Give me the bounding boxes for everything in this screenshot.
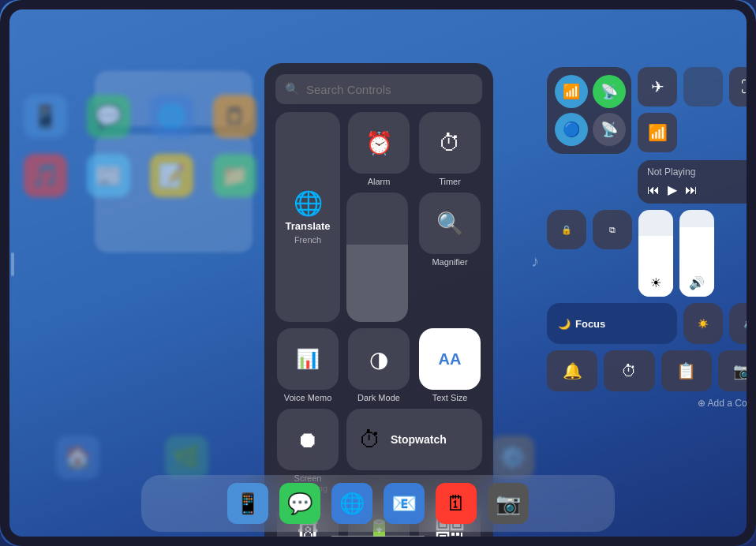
- now-playing-label: Not Playing: [647, 166, 756, 178]
- connectivity-block: 📶 📡 🔵 📡: [547, 67, 631, 154]
- volume-cc-button[interactable]: 🔊: [729, 303, 756, 344]
- music-note-decoration: ♪: [531, 252, 539, 271]
- sun-button[interactable]: ☀️: [683, 303, 723, 344]
- screen-mirror-button[interactable]: ⧉: [593, 210, 632, 249]
- cellular-button[interactable]: 📡: [593, 75, 626, 108]
- voice-memo-label: Voice Memo: [284, 393, 332, 402]
- notes-button[interactable]: 📋: [661, 350, 712, 391]
- alarm-label: Alarm: [368, 177, 391, 186]
- cc-placeholder-tile: [683, 67, 723, 107]
- brightness-icon: ☀: [650, 275, 661, 290]
- bg-app-icon: 📝: [150, 154, 193, 197]
- svg-rect-8: [451, 537, 455, 540]
- timer-icon: ⏱: [439, 130, 461, 156]
- focus-moon-icon: 🌙: [558, 318, 571, 330]
- alarm-icon-wrap: ⏰: [348, 112, 410, 174]
- lock-rotation-button[interactable]: 🔒: [547, 210, 586, 249]
- bluetooth-button[interactable]: 🔵: [555, 113, 588, 146]
- slider-fill: [346, 245, 408, 322]
- slider-tile[interactable]: [346, 193, 408, 322]
- screen-recording-icon: ⏺: [297, 427, 319, 453]
- text-size-icon-wrap: AA: [419, 328, 481, 390]
- bg-app-icon: 🌐: [150, 95, 193, 138]
- cc-icon-row: 🔔 ⏱ 📋 📷: [547, 350, 756, 391]
- timer-icon-wrap: ⏱: [419, 112, 481, 174]
- airplay-button[interactable]: ⛶: [729, 67, 756, 107]
- alarm-icon: ⏰: [365, 130, 393, 156]
- voice-memo-icon: 📊: [296, 348, 320, 370]
- bluetooth-icon: 🔵: [563, 121, 580, 138]
- timer-tile[interactable]: ⏱ Timer: [417, 112, 482, 186]
- dock-app-messages[interactable]: 💬: [279, 483, 320, 524]
- airdrop-button[interactable]: 📡: [593, 113, 626, 146]
- prev-button[interactable]: ⏮: [647, 183, 660, 197]
- cc-left-tiles: 🔒 ⧉: [547, 210, 632, 297]
- bg-app-icon: 💬: [87, 95, 130, 138]
- hotspot-button[interactable]: 📶: [638, 113, 677, 152]
- airplay-icon: ⛶: [741, 78, 756, 96]
- svg-rect-5: [440, 535, 446, 541]
- dark-mode-tile[interactable]: ◑ Dark Mode: [346, 328, 411, 402]
- cc-row-media: Not Playing ⏮ ▶ ⏭: [547, 160, 756, 204]
- stopwatch-icon: ⏱: [359, 427, 381, 453]
- cc-row-2: 🔒 ⧉ ☀ 🔊: [547, 210, 756, 297]
- stopwatch-label: Stopwatch: [391, 433, 447, 446]
- volume-icon: 🔊: [689, 275, 705, 290]
- translate-tile[interactable]: 🌐 Translate French: [275, 112, 340, 322]
- airplane-icon: ✈: [651, 77, 664, 96]
- dock-app-camera[interactable]: 📷: [488, 483, 529, 524]
- cc-row-1: 📶 📡 🔵 📡 ✈: [547, 67, 756, 154]
- bg-app-icon: 🗒: [213, 95, 256, 138]
- play-button[interactable]: ▶: [668, 182, 677, 197]
- magnifier-label: Magnifier: [432, 257, 467, 267]
- svg-rect-10: [461, 533, 462, 545]
- alarm-tile[interactable]: ⏰ Alarm: [346, 112, 411, 186]
- bg-app-icon: 📁: [213, 154, 256, 197]
- dock-app-mail[interactable]: 📧: [384, 483, 425, 524]
- search-bar[interactable]: 🔍: [275, 74, 482, 104]
- text-size-icon: AA: [439, 350, 462, 368]
- media-controls: ⏮ ▶ ⏭: [647, 182, 756, 197]
- dock-app-safari[interactable]: 🌐: [331, 483, 372, 524]
- svg-rect-9: [456, 537, 459, 540]
- search-controls-input[interactable]: [306, 83, 473, 96]
- dark-mode-icon-wrap: ◑: [348, 328, 410, 390]
- bg-app-icon: 📱: [24, 95, 67, 138]
- camera-button[interactable]: 📷: [718, 350, 756, 391]
- speaker-icon: 🔊: [743, 319, 754, 329]
- translate-sub-label: French: [294, 235, 321, 245]
- cc-top-right: ✈ 📶: [638, 67, 677, 154]
- screen-recording-icon-wrap: ⏺: [277, 409, 339, 470]
- search-controls-panel: 🔍 🌐 Translate French ⏰ Alarm ⏱: [264, 63, 493, 546]
- bg-app-icon: 🎵: [24, 154, 67, 197]
- voice-memo-tile[interactable]: 📊 Voice Memo: [275, 328, 340, 402]
- dock-app-calendar[interactable]: 🗓: [436, 483, 477, 524]
- background-apps: 📱 💬 🌐 🗒 🎵 📰 📝 📁: [24, 95, 260, 197]
- svg-rect-6: [451, 533, 455, 536]
- stopwatch-tile[interactable]: ⏱ Stopwatch: [346, 409, 482, 470]
- airplane-mode-button[interactable]: ✈: [638, 67, 677, 107]
- brightness-slider[interactable]: ☀: [638, 210, 673, 297]
- screen-time-button[interactable]: ⏱: [604, 350, 654, 391]
- home-indicator[interactable]: [331, 536, 425, 540]
- home-icon: 🏠: [56, 436, 99, 479]
- focus-button[interactable]: 🌙 Focus: [547, 303, 677, 344]
- magnifier-icon-wrap: 🔍: [419, 193, 481, 254]
- volume-slider[interactable]: 🔊: [679, 210, 714, 297]
- svg-rect-7: [456, 533, 459, 536]
- text-size-tile[interactable]: AA Text Size: [417, 328, 482, 402]
- magnifier-icon: 🔍: [436, 211, 464, 237]
- next-button[interactable]: ⏭: [685, 183, 698, 197]
- dock-app-1[interactable]: 📱: [227, 483, 268, 524]
- magnifier-tile[interactable]: 🔍 Magnifier: [417, 193, 482, 322]
- home-icon: ⚙️: [491, 436, 534, 479]
- camera-icon: 📷: [733, 361, 753, 380]
- alarm-cc-icon: 🔔: [563, 361, 582, 380]
- cc-row-focus: 🌙 Focus ☀️ 🔊: [547, 303, 756, 344]
- add-control-label[interactable]: ⊕ Add a Control: [547, 398, 756, 409]
- wifi-button[interactable]: 📶: [555, 75, 588, 108]
- screen-time-icon: ⏱: [621, 362, 637, 380]
- media-player: Not Playing ⏮ ▶ ⏭: [638, 160, 756, 204]
- alarm-cc-button[interactable]: 🔔: [547, 350, 597, 391]
- airdrop-icon: 📡: [601, 121, 618, 138]
